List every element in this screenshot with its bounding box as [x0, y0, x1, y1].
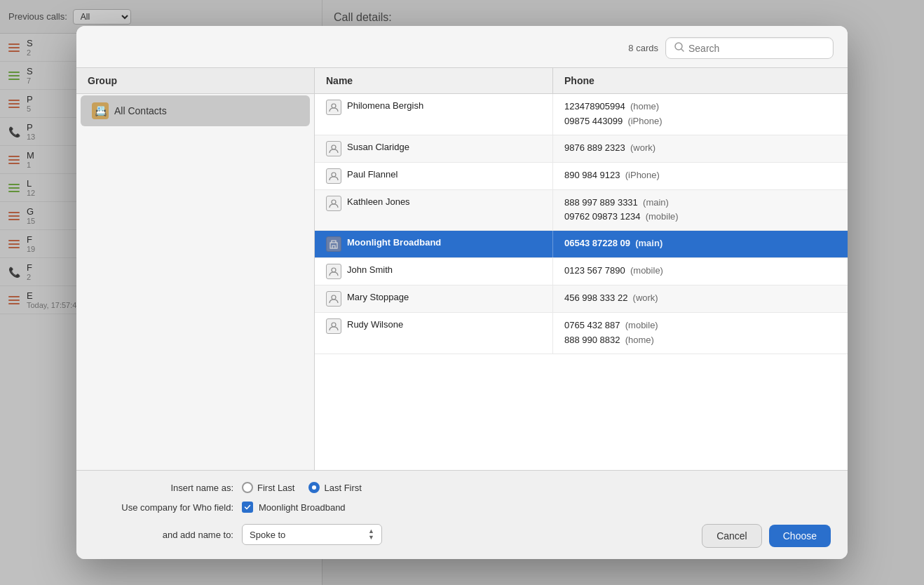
- search-icon: [674, 42, 684, 54]
- person-icon: [326, 318, 341, 334]
- person-icon: [326, 264, 341, 279]
- cards-count: 8 cards: [628, 43, 658, 53]
- dropdown-arrows-icon: ▲ ▼: [368, 528, 374, 541]
- footer-action-buttons: Cancel Choose: [702, 524, 831, 548]
- svg-point-4: [332, 173, 336, 177]
- svg-point-9: [332, 323, 336, 327]
- last-first-option[interactable]: Last First: [308, 482, 361, 493]
- svg-point-8: [332, 295, 336, 300]
- company-icon: [326, 236, 341, 252]
- first-last-radio[interactable]: [242, 482, 253, 493]
- person-icon: [326, 100, 341, 115]
- insert-name-label: Insert name as:: [93, 483, 233, 493]
- modal-top-bar: 8 cards: [76, 26, 848, 67]
- table-row[interactable]: Paul Flannel 890 984 9123 (iPhone): [315, 163, 848, 190]
- name-col-header: Name: [315, 68, 553, 93]
- company-field-row: Use company for Who field: Moonlight Bro…: [93, 502, 831, 513]
- person-icon: [326, 168, 341, 184]
- table-row[interactable]: Moonlight Broadband 06543 87228 09 (main…: [315, 231, 848, 258]
- svg-point-2: [332, 104, 336, 108]
- footer-bottom: and add name to: Spoke to ▲ ▼ Cancel Cho…: [93, 521, 831, 548]
- person-icon: [326, 196, 341, 211]
- table-row[interactable]: Rudy Wilsone 0765 432 887 (mobile) 888 9…: [315, 313, 848, 354]
- contacts-book-icon: 📇: [92, 102, 109, 119]
- first-last-option[interactable]: First Last: [242, 482, 294, 493]
- search-input[interactable]: [688, 43, 824, 54]
- contacts-list-panel: Name Phone: [315, 68, 848, 470]
- contacts-col-headers: Name Phone: [315, 68, 848, 94]
- company-name-label: Moonlight Broadband: [259, 502, 346, 513]
- phone-col-header: Phone: [553, 68, 848, 93]
- all-contacts-label: All Contacts: [114, 105, 167, 116]
- name-format-radio-group: First Last Last First: [242, 482, 362, 493]
- contacts-rows: Philomena Bergish 123478905994 (home) 09…: [315, 94, 848, 470]
- add-name-label: and add name to:: [93, 530, 233, 540]
- company-checkbox[interactable]: [242, 502, 253, 513]
- group-col-header: Group: [76, 68, 314, 94]
- table-row[interactable]: Mary Stoppage 456 998 333 22 (work): [315, 285, 848, 313]
- search-box[interactable]: [665, 37, 834, 59]
- add-name-value: Spoke to: [250, 530, 285, 540]
- add-name-row: and add name to: Spoke to ▲ ▼: [93, 524, 702, 545]
- last-first-radio[interactable]: [308, 482, 320, 493]
- table-row[interactable]: Susan Claridge 9876 889 2323 (work): [315, 135, 848, 163]
- person-icon: [326, 141, 341, 156]
- company-checkbox-row: Moonlight Broadband: [242, 502, 346, 513]
- contacts-modal: 8 cards Group 📇 All Contacts: [76, 26, 848, 559]
- last-first-label: Last First: [324, 483, 361, 493]
- modal-overlay: 8 cards Group 📇 All Contacts: [0, 0, 924, 585]
- svg-line-1: [681, 49, 684, 51]
- group-panel: Group 📇 All Contacts: [76, 68, 315, 470]
- svg-point-5: [332, 200, 336, 204]
- company-field-label: Use company for Who field:: [93, 502, 233, 513]
- table-row[interactable]: Philomena Bergish 123478905994 (home) 09…: [315, 94, 848, 135]
- insert-name-row: Insert name as: First Last Last First: [93, 482, 831, 493]
- add-name-select[interactable]: Spoke to ▲ ▼: [242, 524, 382, 545]
- person-icon: [326, 291, 341, 307]
- first-last-label: First Last: [257, 483, 294, 493]
- table-row[interactable]: John Smith 0123 567 7890 (mobile): [315, 258, 848, 285]
- choose-button[interactable]: Choose: [769, 525, 831, 547]
- all-contacts-group[interactable]: 📇 All Contacts: [81, 95, 310, 126]
- modal-footer: Insert name as: First Last Last First Us…: [76, 470, 848, 559]
- svg-point-7: [332, 268, 336, 272]
- svg-point-3: [332, 145, 336, 149]
- cancel-button[interactable]: Cancel: [702, 524, 762, 548]
- modal-body: Group 📇 All Contacts Name Phone: [76, 67, 848, 470]
- table-row[interactable]: Kathleen Jones 888 997 889 3331 (main) 0…: [315, 190, 848, 231]
